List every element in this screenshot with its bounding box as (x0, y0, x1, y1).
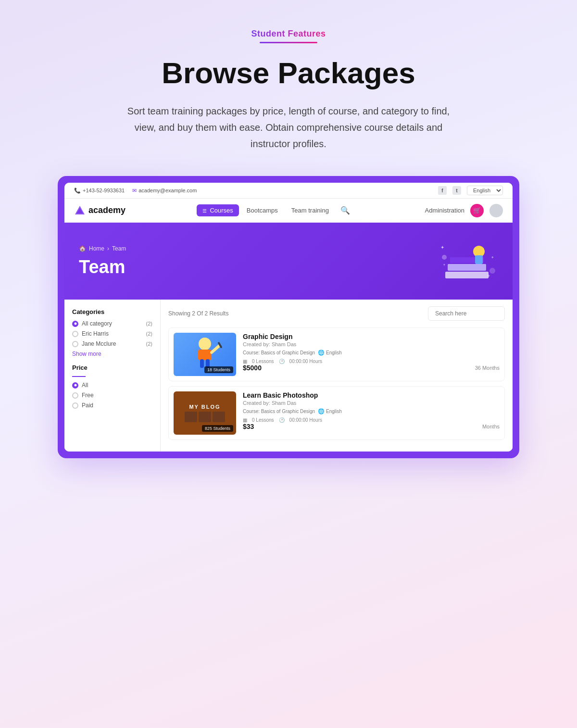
svg-point-11 (442, 255, 447, 260)
nav-bootcamps[interactable]: Bootcamps (241, 204, 284, 216)
app-inner: 📞 +143-52-9933631 ✉ academy@example.com … (64, 183, 513, 452)
svg-rect-17 (200, 359, 204, 368)
filter-all-label: All category (72, 320, 112, 327)
jane-count: (2) (146, 341, 152, 347)
course-creator-1: Created by: Sham Das (243, 341, 500, 347)
price-title: Price (72, 364, 152, 371)
course-info-2: Learn Basic Photoshop Created by: Sham D… (243, 391, 500, 430)
categories-title: Categories (72, 308, 152, 315)
flag-icon-2: 🌐 (318, 408, 325, 414)
hero-banner: 🏠 Home › Team Team (64, 223, 513, 300)
price-paid[interactable]: Paid (72, 402, 152, 409)
price-free-text: Free (82, 392, 94, 399)
search-input[interactable] (428, 306, 505, 321)
main-content: Showing 2 Of 2 Results (161, 300, 513, 452)
facebook-icon[interactable]: f (438, 186, 447, 195)
home-icon: 🏠 (79, 245, 86, 252)
price-paid-label: Paid (72, 402, 93, 409)
language-select[interactable]: English (467, 186, 503, 195)
filter-jane[interactable]: Jane Mcclure (2) (72, 340, 152, 347)
email-info: ✉ academy@example.com (132, 188, 197, 194)
filter-eric[interactable]: Eric Harris (2) (72, 330, 152, 337)
brand-name: academy (88, 205, 125, 215)
hero-left: 🏠 Home › Team Team (79, 245, 126, 277)
topbar-right: f t English (438, 186, 503, 195)
course-card-1: 18 Students Graphic Design Created by: S… (168, 327, 505, 381)
price-all-label: All (72, 382, 88, 389)
course-footer-1: $5000 36 Months (243, 364, 500, 372)
bootcamps-label: Bootcamps (247, 207, 278, 214)
course-title-2: Learn Basic Photoshop (243, 391, 500, 399)
email-address: academy@example.com (138, 188, 197, 193)
radio-price-all (72, 382, 78, 389)
courses-label: Courses (210, 207, 233, 214)
students-badge-2: 825 Students (202, 425, 233, 432)
course-title-1: Graphic Design (243, 333, 500, 340)
students-badge-1: 18 Students (204, 366, 233, 373)
lessons-count-1: 0 Lessons (252, 359, 274, 364)
monitor-icon-1: ▦ (243, 359, 247, 364)
lang-badge-2: 🌐 English (318, 408, 342, 414)
course-thumb-1[interactable]: 18 Students (174, 333, 236, 376)
subtitle: Sort team training packages by price, le… (115, 103, 462, 152)
courses-list-icon: ☰ (202, 208, 207, 213)
lang-text-1: English (326, 350, 342, 355)
email-icon: ✉ (132, 188, 137, 194)
course-detail-2: Course: Basics of Graphic Design (243, 409, 315, 414)
breadcrumb-home: Home (89, 245, 104, 252)
monitor-icon-2: ▦ (243, 417, 247, 423)
radio-all (72, 321, 78, 327)
page-container: Student Features Browse Packages Sort te… (58, 29, 519, 458)
cart-icon[interactable]: 🛒 (470, 204, 484, 217)
svg-rect-14 (198, 350, 212, 360)
lang-text-2: English (326, 409, 342, 414)
course-creator-2: Created by: Sham Das (243, 400, 500, 406)
course-price-1: $5000 (243, 364, 262, 372)
course-card-2: MY BLOG 825 Students (168, 386, 505, 440)
radio-price-paid (72, 402, 78, 409)
svg-text:✦: ✦ (486, 273, 491, 279)
brand[interactable]: academy (74, 205, 125, 216)
admin-label: Administration (425, 207, 464, 214)
results-text: Showing 2 Of 2 Results (168, 310, 228, 317)
topbar-left: 📞 +143-52-9933631 ✉ academy@example.com (74, 188, 197, 194)
avatar[interactable] (489, 204, 503, 217)
app-window: 📞 +143-52-9933631 ✉ academy@example.com … (58, 176, 519, 458)
nav-courses[interactable]: ☰ Courses (197, 204, 239, 216)
phone-icon: 📞 (74, 188, 81, 194)
svg-text:✦: ✦ (491, 255, 494, 260)
svg-line-15 (212, 346, 219, 352)
price-all[interactable]: All (72, 382, 152, 389)
clock-icon-2: 🕐 (279, 417, 285, 423)
nav-team-training[interactable]: Team training (286, 204, 335, 216)
eric-count: (2) (146, 331, 152, 337)
breadcrumb: 🏠 Home › Team (79, 245, 126, 252)
price-free[interactable]: Free (72, 392, 152, 399)
course-meta-1: Course: Basics of Graphic Design 🌐 Engli… (243, 350, 500, 356)
navbar: academy ☰ Courses Bootcamps Team trainin… (64, 199, 513, 223)
course-thumb-2[interactable]: MY BLOG 825 Students (174, 391, 236, 435)
course-footer-2: $33 Months (243, 423, 500, 430)
filter-jane-label: Jane Mcclure (72, 340, 116, 347)
course-info-1: Graphic Design Created by: Sham Das Cour… (243, 333, 500, 372)
section-underline (260, 42, 317, 43)
jane-text: Jane Mcclure (82, 340, 116, 347)
course-duration-2: Months (482, 424, 500, 429)
show-more-link[interactable]: Show more (72, 351, 152, 357)
filter-all-category[interactable]: All category (2) (72, 320, 152, 327)
course-meta-2: Course: Basics of Graphic Design 🌐 Engli… (243, 408, 500, 414)
course-duration-1: 36 Months (475, 365, 500, 371)
sidebar: Categories All category (2) Eric Harris (64, 300, 161, 452)
svg-rect-3 (448, 264, 486, 271)
all-count: (2) (146, 321, 152, 326)
lang-badge-1: 🌐 English (318, 350, 342, 356)
price-underline (72, 376, 86, 377)
nav-search-icon[interactable]: 🔍 (337, 203, 354, 217)
lessons-count-2: 0 Lessons (252, 417, 274, 423)
course-lessons-2: ▦ 0 Lessons 🕐 00:00:00 Hours (243, 417, 500, 423)
phone-info: 📞 +143-52-9933631 (74, 188, 125, 194)
content-area: Categories All category (2) Eric Harris (64, 300, 513, 452)
book-stack-svg: ✦ ✦ ✦ ✦ (436, 237, 498, 285)
svg-text:✦: ✦ (440, 245, 444, 250)
twitter-icon[interactable]: t (452, 186, 461, 195)
